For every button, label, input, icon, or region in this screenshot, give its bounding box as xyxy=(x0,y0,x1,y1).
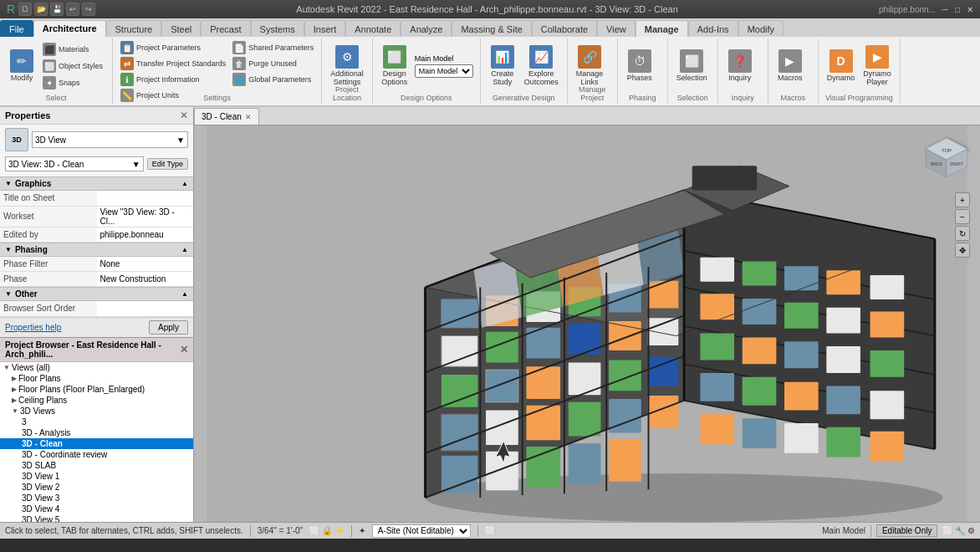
tab-systems[interactable]: Systems xyxy=(251,20,304,37)
tab-architecture[interactable]: Architecture xyxy=(33,20,106,37)
phases-btn[interactable]: ⏱ Phases xyxy=(623,40,656,92)
browser-header: Project Browser - East Residence Hall - … xyxy=(0,338,193,362)
section-other[interactable]: ▼ Other ▲ xyxy=(0,287,193,301)
project-parameters-btn[interactable]: 📋Project Parameters xyxy=(118,40,228,55)
tree-ceiling-plans-label: Ceiling Plans xyxy=(18,396,67,405)
macros-btn[interactable]: ▶ Macros xyxy=(773,40,807,92)
quick-new-btn[interactable]: 🗋 xyxy=(18,3,32,16)
materials-btn[interactable]: ⬛Materials xyxy=(40,42,107,57)
canvas[interactable]: TOP RIGHT BACK + − ↻ ✥ xyxy=(194,125,980,522)
create-study-btn[interactable]: 📊 CreateStudy xyxy=(486,40,519,92)
section-phasing[interactable]: ▼ Phasing ▲ xyxy=(0,243,193,257)
svg-rect-57 xyxy=(870,350,905,377)
quick-open-btn[interactable]: 📂 xyxy=(34,3,48,16)
tab-analyze[interactable]: Analyze xyxy=(401,20,452,37)
tree-floor-plans-enlarged[interactable]: ▶ Floor Plans (Floor Plan_Enlarged) xyxy=(0,384,193,395)
dynamo-btn[interactable]: D Dynamo xyxy=(824,40,859,92)
additional-settings-icon: ⚙ xyxy=(335,45,359,69)
global-parameters-btn[interactable]: 🌐Global Parameters xyxy=(230,72,316,87)
properties-help-link[interactable]: Properties help xyxy=(5,323,61,332)
design-option-select[interactable]: Main Model xyxy=(415,64,473,78)
tab-structure[interactable]: Structure xyxy=(106,20,162,37)
tab-massing[interactable]: Massing & Site xyxy=(452,20,531,37)
svg-text:RIGHT: RIGHT xyxy=(950,161,963,166)
section-graphics[interactable]: ▼ Graphics ▲ xyxy=(0,176,193,191)
manage-links-btn[interactable]: 🔗 ManageLinks xyxy=(573,40,607,92)
status-sep-2 xyxy=(351,525,352,537)
tree-3d-views[interactable]: ▼ 3D Views xyxy=(0,406,193,417)
view-dropdown[interactable]: 3D View: 3D - Clean ▼ xyxy=(5,156,144,171)
tree-view-analysis[interactable]: 3D - Analysis xyxy=(0,427,193,438)
nav-pan-btn[interactable]: ✥ xyxy=(955,243,970,258)
quick-save-btn[interactable]: 💾 xyxy=(50,3,64,16)
selection-btn[interactable]: ⬜ Selection xyxy=(673,40,711,92)
tree-view-clean[interactable]: 3D - Clean xyxy=(0,438,193,449)
view-cube[interactable]: TOP RIGHT BACK xyxy=(921,134,972,184)
svg-rect-56 xyxy=(826,346,860,373)
minimize-btn[interactable]: ─ xyxy=(942,5,948,14)
tree-view-coordinate[interactable]: 3D - Coordinate review xyxy=(0,449,193,460)
svg-rect-31 xyxy=(609,399,641,433)
project-information-btn[interactable]: ℹProject Information xyxy=(118,72,228,87)
status-location-select[interactable]: A-Site (Not Editable) xyxy=(372,524,471,538)
browser-close-btn[interactable]: ✕ xyxy=(180,344,188,355)
tree-root-views[interactable]: ▼ Views (all) xyxy=(0,362,193,373)
svg-rect-59 xyxy=(743,377,777,406)
edit-type-btn[interactable]: Edit Type xyxy=(147,158,188,170)
quick-undo-btn[interactable]: ↩ xyxy=(66,3,79,16)
prop-row-browser-sort: Browser Sort Order xyxy=(0,301,193,316)
section-phasing-arrow: ▼ xyxy=(5,246,12,253)
tab-precast[interactable]: Precast xyxy=(201,20,250,37)
nav-zoom-in-btn[interactable]: + xyxy=(955,192,970,207)
nav-zoom-out-btn[interactable]: − xyxy=(955,209,970,224)
tab-collaborate[interactable]: Collaborate xyxy=(532,20,597,37)
shared-parameters-btn[interactable]: 📄Shared Parameters xyxy=(230,40,316,55)
status-workset-icon: ⬜ xyxy=(485,526,495,535)
apply-btn[interactable]: Apply xyxy=(149,320,188,335)
tree-view-5[interactable]: 3D View 5 xyxy=(0,514,193,523)
modify-btn[interactable]: ✏ Modify xyxy=(5,40,38,92)
tree-floor-plans-enlarged-arrow: ▶ xyxy=(12,386,17,393)
tab-manage[interactable]: Manage xyxy=(635,20,688,37)
snaps-btn[interactable]: ✦Snaps xyxy=(40,75,107,90)
tab-modify[interactable]: Modify xyxy=(738,20,783,37)
properties-close-btn[interactable]: ✕ xyxy=(180,110,188,121)
tree-ceiling-plans[interactable]: ▶ Ceiling Plans xyxy=(0,395,193,406)
section-phasing-collapse[interactable]: ▲ xyxy=(181,246,188,253)
inquiry-btn[interactable]: ❓ Inquiry xyxy=(723,40,757,92)
view-tab-3d-clean[interactable]: 3D - Clean ✕ xyxy=(194,108,259,125)
object-styles-btn[interactable]: ⬜Object Styles xyxy=(40,59,107,74)
explore-outcomes-btn[interactable]: 📈 ExploreOutcomes xyxy=(521,40,562,92)
tab-steel[interactable]: Steel xyxy=(161,20,201,37)
purge-unused-btn[interactable]: 🗑Purge Unused xyxy=(230,56,316,71)
tree-view-slab[interactable]: 3D SLAB xyxy=(0,460,193,471)
svg-rect-97 xyxy=(692,166,757,190)
close-btn[interactable]: ✕ xyxy=(967,5,973,14)
tab-file[interactable]: File xyxy=(0,20,33,37)
type-dropdown[interactable]: 3D View ▼ xyxy=(32,131,188,148)
tab-insert[interactable]: Insert xyxy=(304,20,346,37)
section-graphics-collapse[interactable]: ▲ xyxy=(181,180,188,187)
ribbon: File Architecture Structure Steel Precas… xyxy=(0,18,980,107)
view-tab-close-btn[interactable]: ✕ xyxy=(245,113,252,121)
editable-only-btn[interactable]: Editable Only xyxy=(876,524,937,537)
transfer-standards-btn[interactable]: ⇄Transfer Project Standards xyxy=(118,56,228,71)
tree-floor-plans[interactable]: ▶ Floor Plans xyxy=(0,373,193,384)
tree-view-3b[interactable]: 3D View 3 xyxy=(0,493,193,503)
tree-ceiling-plans-arrow: ▶ xyxy=(12,396,17,404)
design-options-btn[interactable]: ⬜ DesignOptions xyxy=(378,40,411,92)
maximize-btn[interactable]: □ xyxy=(955,5,960,14)
tree-view-1[interactable]: 3D View 1 xyxy=(0,471,193,482)
tree-view-4[interactable]: 3D View 4 xyxy=(0,503,193,514)
tab-addins[interactable]: Add-Ins xyxy=(688,20,738,37)
section-other-collapse[interactable]: ▲ xyxy=(181,290,188,298)
tab-annotate[interactable]: Annotate xyxy=(345,20,401,37)
tree-view-3[interactable]: 3 xyxy=(0,417,193,427)
nav-orbit-btn[interactable]: ↻ xyxy=(955,226,970,241)
tab-view[interactable]: View xyxy=(597,20,635,37)
dynamo-player-btn[interactable]: ▶ DynamoPlayer xyxy=(860,40,895,92)
additional-settings-btn[interactable]: ⚙ AdditionalSettings xyxy=(327,40,367,92)
tree-view-2[interactable]: 3D View 2 xyxy=(0,482,193,493)
group-design-label: Design Options xyxy=(373,94,480,102)
quick-redo-btn[interactable]: ↪ xyxy=(82,3,95,16)
